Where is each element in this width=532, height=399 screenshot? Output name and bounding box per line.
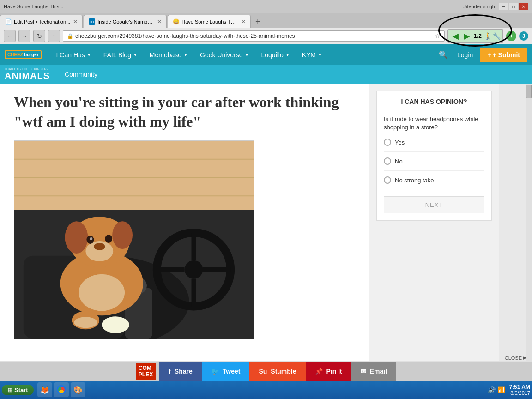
radio-yes[interactable] (384, 139, 391, 146)
nav-item-kym[interactable]: KYM ▼ (296, 48, 328, 62)
nav-arrow-kym: ▼ (318, 52, 322, 57)
dog-car-image (14, 140, 254, 339)
svg-point-19 (65, 221, 88, 254)
start-button[interactable]: ⊞ Start (2, 385, 34, 395)
network-icon[interactable]: 📶 (497, 386, 505, 393)
address-bar-row: ← → ↻ ⌂ 🔒 cheezburger.com/2949381/have-s… (0, 28, 532, 44)
website-content: CHEEZ burger I Can Has ▼ FAIL Blog ▼ Mem… (0, 44, 532, 381)
nav-item-ican[interactable]: I Can Has ▼ (51, 48, 97, 62)
site-navbar: CHEEZ burger I Can Has ▼ FAIL Blog ▼ Mem… (0, 44, 532, 65)
tabs-bar: 📄 Edit Post • Techonation... ✕ in Inside… (0, 13, 532, 28)
site-nav-items: I Can Has ▼ FAIL Blog ▼ Memebase ▼ Geek … (51, 48, 437, 62)
nav-item-geek[interactable]: Geek Universe ▼ (194, 48, 255, 62)
taskbar-sys-icons: 🔊 📶 (488, 386, 505, 393)
stumble-icon: Su (259, 368, 267, 375)
nav-ext-count: 1/2 (472, 33, 483, 39)
taskbar-paint-icon[interactable]: 🎨 (71, 382, 85, 397)
opinion-option-no[interactable]: No (384, 157, 484, 171)
windows-icon: ⊞ (7, 387, 12, 393)
email-button[interactable]: ✉ Email (351, 362, 396, 381)
tweet-button[interactable]: 🐦 Tweet (202, 362, 250, 381)
sub-nav-community[interactable]: Community (59, 67, 103, 82)
extension-area: ◀ ▶ 1/2 🚶 🔧 (447, 29, 503, 43)
taskbar-right: 🔊 📶 7:51 AM 8/6/2017 (488, 384, 530, 396)
back-button[interactable]: ← (4, 30, 16, 42)
scrollbar-thumb[interactable] (526, 85, 532, 98)
close-button[interactable]: ✕ (519, 3, 528, 10)
login-button[interactable]: Login (453, 48, 477, 62)
tab-have-some-laughs[interactable]: 😄 Have Some Laughs This... ✕ (168, 15, 251, 28)
share-button[interactable]: f Share (159, 362, 202, 381)
opinion-title: I CAN HAS OPINION? (384, 98, 484, 109)
opinion-option-yes[interactable]: Yes (384, 139, 484, 152)
tab-close-1[interactable]: ✕ (73, 18, 78, 25)
pin-icon: 📌 (315, 368, 323, 375)
volume-icon[interactable]: 🔊 (488, 386, 496, 393)
maximize-button[interactable]: □ (509, 3, 518, 10)
nav-ext-prev-button[interactable]: ◀ (450, 31, 460, 41)
stumble-button[interactable]: Su Stumble (249, 362, 305, 381)
tab-inside-google[interactable]: in Inside Google's Number... ✕ (84, 15, 167, 28)
next-button[interactable]: NEXT (384, 196, 484, 213)
address-bar[interactable]: 🔒 cheezburger.com/2949381/have-some-laug… (63, 30, 445, 42)
social-bar: COM PLEX f Share 🐦 Tweet Su Stumble 📌 Pi… (0, 362, 532, 381)
tab-favicon-1: 📄 (5, 18, 12, 25)
close-arrow-icon: ▶ (523, 355, 526, 361)
new-tab-button[interactable]: + (252, 16, 264, 28)
site-logo[interactable]: CHEEZ burger (5, 50, 42, 59)
taskbar-items: 🦊 🎨 (37, 382, 488, 397)
search-icon[interactable]: 🔍 (437, 48, 450, 61)
minimize-button[interactable]: ─ (499, 3, 508, 10)
scrollbar-track (526, 84, 532, 353)
title-bar: Have Some Laughs This... Jitender singh … (0, 0, 532, 13)
title-bar-user: Jitender singh (464, 4, 496, 9)
submit-button[interactable]: + + Submit (480, 48, 527, 62)
opinion-question: Is it rude to wear headphones while shop… (384, 115, 484, 132)
radio-no[interactable] (384, 157, 391, 165)
sidebar: I CAN HAS OPINION? Is it rude to wear he… (369, 84, 499, 361)
meme-title: When you're sitting in your car after wo… (14, 93, 356, 131)
svg-point-28 (102, 317, 129, 333)
nav-arrow-geek: ▼ (245, 52, 249, 57)
tab-close-3[interactable]: ✕ (241, 18, 246, 25)
home-button[interactable]: ⌂ (48, 30, 60, 42)
tweet-icon: 🐦 (211, 368, 219, 375)
email-icon: ✉ (361, 368, 366, 375)
address-text: cheezburger.com/2949381/have-some-laughs… (75, 33, 435, 39)
taskbar-chrome-icon[interactable] (54, 382, 69, 397)
chrome-extension-icon[interactable]: ✦ (506, 31, 516, 41)
article-content: When you're sitting in your car after wo… (0, 84, 369, 361)
taskbar-firefox-icon[interactable]: 🦊 (37, 382, 52, 397)
forward-button[interactable]: → (18, 30, 30, 42)
bookmark-button[interactable]: ☆ (435, 32, 441, 40)
logo-cheez: CHEEZ (7, 52, 23, 57)
radio-nostrongtake[interactable] (384, 176, 391, 184)
nav-arrow-ican: ▼ (87, 52, 91, 57)
window-controls: Jitender singh ─ □ ✕ (464, 3, 529, 10)
nav-arrow-memebase: ▼ (183, 52, 188, 57)
nav-item-loquillo[interactable]: Loquillo ▼ (256, 48, 296, 62)
pin-button[interactable]: 📌 Pin It (306, 362, 351, 381)
opinion-box: I CAN HAS OPINION? Is it rude to wear he… (376, 91, 492, 221)
nav-item-fail[interactable]: FAIL Blog ▼ (98, 48, 143, 62)
reload-button[interactable]: ↻ (33, 30, 45, 42)
complex-logo: COM PLEX (136, 363, 156, 380)
svg-point-25 (90, 237, 92, 240)
opinion-option-nostrongtake[interactable]: No strong take (384, 176, 484, 189)
tab-close-2[interactable]: ✕ (157, 18, 162, 25)
share-icon: f (169, 368, 171, 375)
taskbar: ⊞ Start 🦊 🎨 🔊 📶 7:51 AM 8/6/2017 (0, 381, 532, 399)
nav-ext-next-button[interactable]: ▶ (461, 31, 472, 41)
tab-edit-post[interactable]: 📄 Edit Post • Techonation... ✕ (0, 15, 83, 28)
nav-arrow-fail: ▼ (133, 52, 138, 57)
svg-point-22 (94, 243, 105, 250)
sub-navbar: I CAN HAS CHEEZBURGER? ANIMALS Community (0, 65, 532, 84)
nav-extension-buttons: ◀ ▶ 1/2 🚶 🔧 (447, 29, 503, 43)
address-lock-icon: 🔒 (67, 33, 73, 39)
nav-ext-tool-icon: 🔧 (493, 32, 501, 40)
profile-icon[interactable]: J (519, 31, 528, 41)
nav-item-memebase[interactable]: Memebase ▼ (144, 48, 193, 62)
svg-point-27 (74, 317, 97, 328)
svg-point-20 (112, 221, 133, 249)
opinion-options: Yes No No strong take (384, 139, 484, 189)
